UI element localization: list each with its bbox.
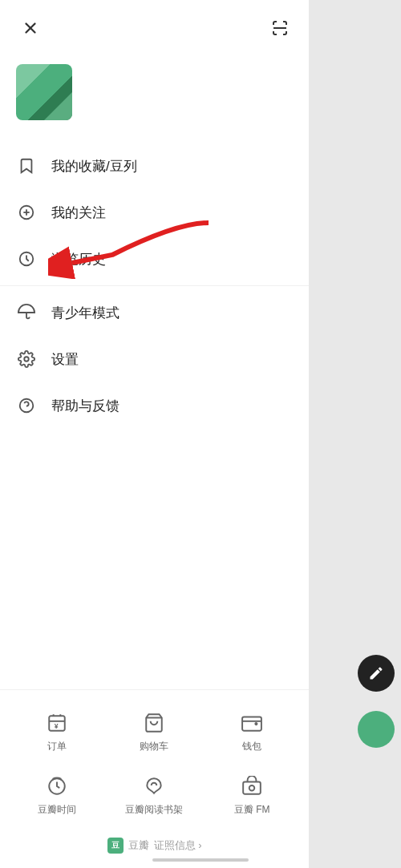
menu-label-help: 帮助与反馈 bbox=[51, 397, 119, 415]
avatar-area[interactable] bbox=[0, 56, 309, 136]
home-indicator bbox=[152, 858, 249, 862]
bottom-item-cart[interactable]: 购物车 bbox=[106, 703, 204, 766]
green-circle bbox=[358, 711, 395, 748]
bottom-label-orders: 订单 bbox=[47, 740, 67, 753]
svg-text:¥: ¥ bbox=[55, 722, 59, 730]
menu-label-settings: 设置 bbox=[51, 350, 79, 369]
orders-icon: ¥ bbox=[45, 711, 69, 735]
plus-circle-icon bbox=[16, 202, 37, 223]
menu-label-youth-mode: 青少年模式 bbox=[51, 304, 119, 322]
close-button[interactable] bbox=[16, 14, 45, 42]
drawer-header bbox=[0, 0, 309, 56]
bottom-item-fm[interactable]: 豆瓣 FM bbox=[203, 766, 301, 830]
bottom-item-reading[interactable]: 豆瓣阅读书架 bbox=[106, 766, 204, 830]
svg-rect-23 bbox=[243, 782, 261, 794]
svg-point-14 bbox=[24, 357, 29, 361]
bottom-label-cart: 购物车 bbox=[140, 740, 168, 753]
umbrella-icon bbox=[16, 302, 37, 323]
question-circle-icon bbox=[16, 395, 37, 416]
bottom-grid: ¥ 订单 购物车 bbox=[0, 703, 309, 830]
svg-point-24 bbox=[249, 785, 255, 791]
drawer-panel: 我的收藏/豆列 我的关注 浏览历史 bbox=[0, 0, 309, 868]
reading-icon bbox=[142, 774, 166, 798]
gear-icon bbox=[16, 349, 37, 369]
bottom-item-orders[interactable]: ¥ 订单 bbox=[8, 703, 106, 766]
bottom-item-wallet[interactable]: 钱包 bbox=[203, 703, 301, 766]
menu-item-settings[interactable]: 设置 bbox=[0, 336, 309, 382]
bookmark-icon bbox=[16, 155, 37, 176]
scan-button[interactable] bbox=[267, 15, 293, 41]
menu-label-history: 浏览历史 bbox=[51, 250, 106, 268]
menu-list: 我的收藏/豆列 我的关注 浏览历史 bbox=[0, 136, 309, 689]
menu-item-help[interactable]: 帮助与反馈 bbox=[0, 382, 309, 429]
footer-appname: 豆瓣 bbox=[128, 838, 149, 853]
wallet-icon bbox=[240, 711, 264, 735]
cart-icon bbox=[142, 711, 166, 735]
menu-item-youth-mode[interactable]: 青少年模式 bbox=[0, 289, 309, 336]
header-right bbox=[267, 15, 293, 41]
bottom-item-douban-time[interactable]: 豆瓣时间 bbox=[8, 766, 106, 830]
menu-item-following[interactable]: 我的关注 bbox=[0, 189, 309, 236]
bottom-label-wallet: 钱包 bbox=[242, 740, 261, 753]
menu-item-bookmarks[interactable]: 我的收藏/豆列 bbox=[0, 143, 309, 189]
avatar bbox=[16, 64, 72, 120]
fab-button[interactable] bbox=[358, 655, 395, 692]
bottom-label-fm: 豆瓣 FM bbox=[234, 803, 270, 817]
bottom-section: ¥ 订单 购物车 bbox=[0, 689, 309, 868]
menu-label-following: 我的关注 bbox=[51, 204, 106, 222]
fm-icon bbox=[240, 774, 264, 798]
clock-icon bbox=[16, 248, 37, 269]
douban-logo: 豆 bbox=[107, 838, 124, 854]
menu-divider bbox=[0, 285, 309, 286]
douban-time-icon bbox=[45, 774, 69, 798]
bottom-label-reading: 豆瓣阅读书架 bbox=[125, 803, 183, 817]
svg-rect-21 bbox=[242, 717, 261, 730]
bottom-label-douban-time: 豆瓣时间 bbox=[38, 803, 76, 817]
menu-item-history[interactable]: 浏览历史 bbox=[0, 236, 309, 282]
footer[interactable]: 豆 豆瓣 证照信息 › bbox=[0, 830, 309, 868]
footer-cert: 证照信息 › bbox=[154, 838, 202, 853]
menu-label-bookmarks: 我的收藏/豆列 bbox=[51, 157, 137, 176]
